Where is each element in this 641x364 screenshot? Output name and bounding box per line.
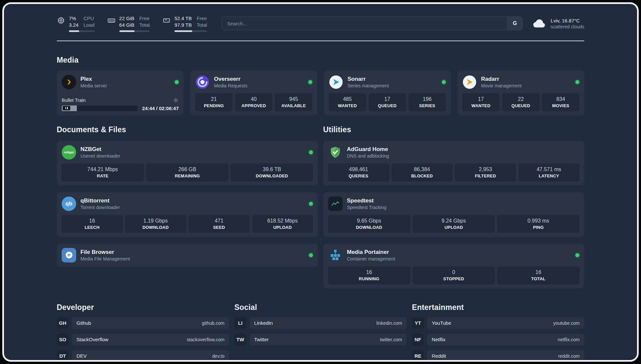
status-dot <box>309 150 313 154</box>
cpu-chip-icon <box>57 16 65 25</box>
app-card-overseerr[interactable]: Overseerr Media Requests 21 PENDING 40 A… <box>190 71 317 115</box>
app-subtitle: Series management <box>348 83 389 88</box>
filebrowser-icon <box>62 248 76 262</box>
stat-tile: 744.21 Mbps RATE <box>62 164 144 181</box>
stat-value: 16 <box>499 269 578 275</box>
stat-value: 471 <box>190 218 248 224</box>
bookmark-group-social: Social LI LinkedIn linkedin.com TW Twitt… <box>234 303 407 346</box>
app-card-speedtest[interactable]: Speedtest Speedtest Tracking 9.65 Gbps D… <box>323 192 584 237</box>
bookmark-url: dev.to <box>212 353 225 359</box>
bookmark-github[interactable]: GH Github github.com <box>57 317 229 329</box>
bookmark-name: YouTube <box>432 320 451 326</box>
stat-value: 2,953 <box>456 167 515 172</box>
stat-label: REMAINING <box>148 173 227 178</box>
stat-value: 618.52 Mbps <box>254 218 312 224</box>
app-card-filebrowser[interactable]: File Browser Media File Management <box>57 244 318 267</box>
search-bar: G <box>222 16 523 30</box>
disk-icon <box>162 16 171 25</box>
app-card-nzbget[interactable]: nzbget NZBGet Usenet downloader 744.21 M… <box>57 141 318 186</box>
ram-total-label: Total <box>139 22 150 28</box>
bookmark-stackoverflow[interactable]: SO StackOverflow stackoverflow.com <box>57 334 229 346</box>
stat-value: 0.993 ms <box>499 218 578 224</box>
bookmark-group-entertainment: Entertainment YT YouTube youtube.com NF … <box>412 303 584 362</box>
cpu-load: 3.24 <box>69 22 78 28</box>
stat-tile: 21 PENDING <box>195 93 232 111</box>
reddit-icon: RE <box>412 350 424 362</box>
app-name: Radarr <box>481 76 522 82</box>
disk-free-label: Free <box>197 15 207 22</box>
app-name: AdGuard Home <box>347 146 389 153</box>
stat-label: BLOCKED <box>393 173 451 178</box>
stat-value: 834 <box>543 96 578 102</box>
stat-label: FILTERED <box>456 173 515 178</box>
bookmark-name: Netflix <box>432 337 445 342</box>
stat-tile: 16 LEECH <box>62 215 123 233</box>
stat-label: WANTED <box>330 103 365 108</box>
bookmark-linkedin[interactable]: LI LinkedIn linkedin.com <box>234 317 407 329</box>
plex-icon <box>62 75 76 89</box>
stackoverflow-icon: SO <box>57 334 69 346</box>
github-icon: GH <box>57 317 69 329</box>
stat-label: LEECH <box>63 225 121 230</box>
stat-value: 47.571 ms <box>520 167 578 172</box>
stat-label: QUEUED <box>370 103 405 108</box>
stat-tile: 485 WANTED <box>329 93 366 111</box>
ram-usage-fill <box>119 30 135 32</box>
bookmark-name: Github <box>76 320 91 326</box>
app-subtitle: DNS and adblocking <box>347 153 389 159</box>
bookmark-youtube[interactable]: YT YouTube youtube.com <box>412 317 584 329</box>
stat-tile: 16 TOTAL <box>497 266 579 284</box>
radarr-icon <box>462 75 477 89</box>
weather-widget[interactable]: Lviv, 16.87°C scattered clouds <box>533 16 584 30</box>
cpu-usage-fill <box>69 30 79 32</box>
youtube-icon: YT <box>412 317 424 329</box>
app-name: Plex <box>80 76 107 82</box>
stat-tile: 0.993 ms PING <box>497 215 579 233</box>
stat-value: 21 <box>197 96 231 102</box>
stat-tile: 39.6 TB DOWNLOADED <box>231 164 313 181</box>
stat-value: 86,384 <box>393 167 451 172</box>
app-subtitle: Container management <box>347 256 395 261</box>
app-card-plex[interactable]: Plex Media server Bullet Train <box>57 71 184 115</box>
app-card-qbittorrent[interactable]: qb qBittorrent Torrent downloader 16 LEE… <box>57 192 318 237</box>
playback-progress-bar[interactable] <box>62 106 137 111</box>
section-title-media: Media <box>57 56 584 65</box>
stat-value: 9.24 Gbps <box>414 218 494 224</box>
ram-icon <box>107 16 116 25</box>
stat-tile: 17 WANTED <box>462 93 500 111</box>
gear-icon[interactable] <box>173 97 179 103</box>
bookmark-reddit[interactable]: RE Reddit reddit.com <box>412 350 584 362</box>
adguard-icon <box>328 145 343 160</box>
app-name: File Browser <box>80 249 130 256</box>
section-title-entertainment: Entertainment <box>412 303 584 312</box>
bookmark-netflix[interactable]: NF Netflix netflix.com <box>412 334 584 346</box>
section-title-social: Social <box>234 303 407 312</box>
search-input[interactable] <box>222 17 507 30</box>
bookmark-url: reddit.com <box>558 353 580 359</box>
app-card-adguard[interactable]: AdGuard Home DNS and adblocking 498,461 … <box>323 141 584 186</box>
pause-button[interactable] <box>63 106 70 110</box>
stat-value: 485 <box>330 96 365 102</box>
bookmark-url: twitter.com <box>380 337 402 342</box>
stat-value: 17 <box>464 96 498 102</box>
bookmark-url: stackoverflow.com <box>187 337 224 342</box>
app-subtitle: Movie management <box>481 83 522 88</box>
stat-tile: 196 SERIES <box>409 93 446 111</box>
bookmark-group-developer: Developer GH Github github.com SO StackO… <box>57 303 229 362</box>
app-subtitle: Usenet downloader <box>80 153 120 159</box>
bookmark-dev[interactable]: DT DEV dev.to <box>57 350 229 362</box>
bookmark-twitter[interactable]: TW Twitter twitter.com <box>234 334 407 346</box>
stat-value: 16 <box>329 269 409 275</box>
app-card-sonarr[interactable]: Sonarr Series management 485 WANTED 17 Q… <box>324 71 451 115</box>
stat-label: AVAILABLE <box>276 103 311 108</box>
bookmark-url: youtube.com <box>553 320 580 326</box>
stat-value: 16 <box>63 218 121 224</box>
app-subtitle: Media File Management <box>80 256 130 261</box>
stat-tile: 86,384 BLOCKED <box>392 164 453 181</box>
overseerr-icon <box>195 75 210 89</box>
app-card-portainer[interactable]: Media Portainer Container management 16 … <box>323 244 584 288</box>
weather-location: Lviv, 16.87°C <box>551 18 584 23</box>
search-engine-button[interactable]: G <box>507 17 522 30</box>
app-card-radarr[interactable]: Radarr Movie management 17 WANTED 22 QUE… <box>457 71 584 115</box>
cpu-widget: 7% 3.24 CPU Load <box>57 15 95 32</box>
